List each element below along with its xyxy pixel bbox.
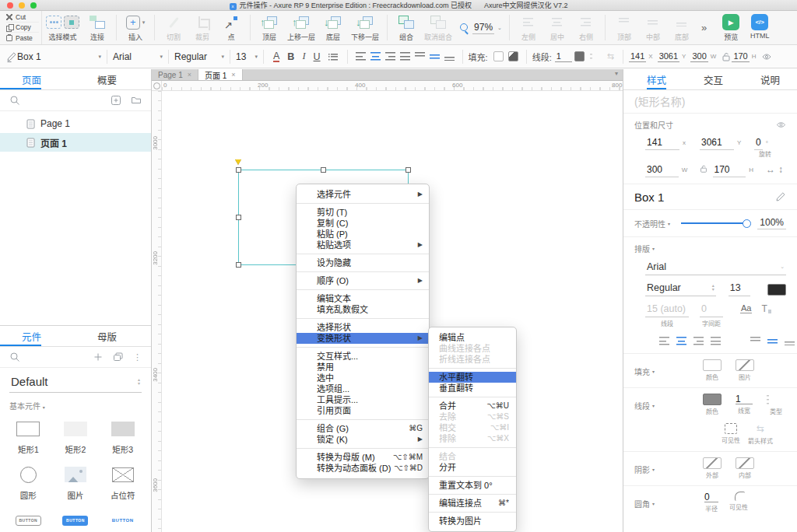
- text-transform-icon[interactable]: Aa: [740, 303, 752, 313]
- zoom-control[interactable]: 97% ⌄: [459, 22, 502, 34]
- tab-widgets[interactable]: 元件: [0, 326, 41, 346]
- font-family-dropdown[interactable]: Arial⌄: [645, 261, 786, 275]
- html-export-button[interactable]: </> HTML: [749, 14, 771, 44]
- visibility-eye-icon[interactable]: [761, 51, 772, 62]
- contain-select-icon[interactable]: [64, 16, 79, 29]
- opacity-slider[interactable]: [681, 222, 750, 224]
- vertical-align-top-icon[interactable]: [415, 52, 425, 61]
- menu-item[interactable]: 编辑连接点 ⌘* ▶: [429, 498, 516, 509]
- underline-button[interactable]: U: [314, 51, 321, 62]
- bring-to-front-button[interactable]: ↑ 顶层: [258, 14, 280, 44]
- height-input[interactable]: 170: [713, 164, 746, 177]
- send-backward-button[interactable]: ↓ 下移一层: [351, 14, 379, 44]
- lock-ratio-icon[interactable]: [699, 164, 708, 173]
- font-weight-dropdown[interactable]: Regular▾: [174, 51, 224, 62]
- connect-button[interactable]: 连接: [86, 14, 108, 44]
- width-input[interactable]: 300: [690, 51, 707, 62]
- cut-button[interactable]: Cut: [6, 12, 39, 23]
- bring-forward-button[interactable]: ↑ 上移一层: [287, 14, 315, 44]
- resize-handle[interactable]: [236, 167, 241, 173]
- minimize-window-button[interactable]: [19, 2, 25, 9]
- widget-item[interactable]: BUTTON 链接按钮: [99, 511, 146, 532]
- widget-item[interactable]: 圆形: [5, 465, 52, 501]
- vertical-align-top-icon[interactable]: [750, 337, 760, 345]
- point-button[interactable]: ↗ 点: [220, 14, 242, 44]
- tab-masters[interactable]: 母版: [97, 326, 117, 346]
- fill-more-swatch[interactable]: [508, 51, 518, 61]
- line-type-swatch[interactable]: [767, 394, 785, 405]
- arrow-style-icon[interactable]: ⇆: [751, 423, 770, 435]
- bold-button[interactable]: B: [287, 51, 294, 62]
- search-icon[interactable]: [9, 352, 20, 362]
- page-list-item[interactable]: 页面 1: [0, 133, 151, 152]
- font-family-dropdown[interactable]: Arial▾: [113, 51, 163, 62]
- canvas-tab[interactable]: Page 1 ×: [152, 69, 198, 80]
- tab-pages[interactable]: 页面: [0, 69, 41, 89]
- fill-image-swatch[interactable]: [736, 359, 754, 371]
- menu-item[interactable]: 编辑点 ▶: [429, 332, 516, 343]
- inner-shadow-swatch[interactable]: [736, 457, 754, 469]
- tab-notes[interactable]: 说明: [760, 69, 780, 89]
- widget-item[interactable]: 矩形3: [99, 419, 146, 455]
- preview-button[interactable]: ▶ 预览: [720, 14, 742, 44]
- kebab-menu-icon[interactable]: ⋮: [133, 352, 142, 362]
- italic-button[interactable]: I: [302, 51, 305, 62]
- x-input[interactable]: 141: [645, 137, 679, 150]
- edit-style-icon[interactable]: [775, 191, 786, 202]
- fill-color-swatch[interactable]: [703, 359, 722, 371]
- font-color-swatch[interactable]: [767, 284, 786, 296]
- text-style-icon[interactable]: T: [761, 303, 771, 314]
- menu-item[interactable]: 分开 ▶: [429, 462, 516, 473]
- menu-item[interactable]: 引用页面 ▶: [297, 405, 429, 416]
- menu-item[interactable]: 重置文本到 0° ▶: [429, 480, 516, 491]
- menu-item[interactable]: 复制 (C) ▶: [297, 218, 429, 229]
- resize-handle[interactable]: [406, 167, 411, 173]
- y-input[interactable]: 3061: [700, 137, 734, 150]
- widget-item[interactable]: 占位符: [99, 465, 146, 501]
- copy-button[interactable]: Copy: [6, 23, 39, 33]
- line-visibility-swatch[interactable]: [725, 423, 737, 434]
- line-color-swatch[interactable]: [574, 51, 585, 61]
- menu-item[interactable]: 锁定 (K) ▶: [297, 434, 429, 445]
- resize-handle[interactable]: [321, 167, 326, 173]
- edit-style-icon[interactable]: [6, 51, 17, 62]
- width-input[interactable]: 300: [645, 164, 679, 177]
- menu-item[interactable]: 粘贴选项 ▶: [297, 240, 429, 250]
- vertical-align-bottom-icon[interactable]: [444, 52, 455, 61]
- resize-handle[interactable]: [236, 262, 241, 268]
- menu-item[interactable]: 填充乱数假文 ▶: [297, 304, 429, 315]
- tab-overflow-icon[interactable]: ▾: [615, 70, 618, 77]
- widget-item[interactable]: 矩形1: [5, 419, 52, 455]
- corner-radius-input[interactable]: 0: [704, 492, 718, 502]
- menu-item[interactable]: 转换为图片 ▶: [429, 516, 516, 527]
- x-input[interactable]: 141: [629, 51, 646, 62]
- toolbar-overflow-button[interactable]: »: [701, 22, 707, 33]
- shape-name-input[interactable]: [634, 96, 786, 108]
- height-input[interactable]: 170: [732, 51, 749, 62]
- canvas-tab[interactable]: 页面 1 ×: [198, 69, 243, 80]
- menu-item[interactable]: 水平翻转 ▶: [429, 372, 516, 383]
- menu-item[interactable]: 顺序 (O) ▶: [297, 275, 429, 286]
- text-align-center-icon[interactable]: [676, 337, 686, 345]
- resize-handle[interactable]: [236, 215, 241, 220]
- menu-item[interactable]: 工具提示... ▶: [297, 394, 429, 405]
- line-width-input[interactable]: 1: [736, 394, 753, 404]
- paste-button[interactable]: Paste: [6, 33, 39, 43]
- library-select[interactable]: Default ▴▾: [9, 373, 142, 393]
- vertical-align-middle-icon[interactable]: [767, 337, 778, 345]
- marquee-select-icon[interactable]: [46, 16, 61, 29]
- folder-icon[interactable]: [131, 95, 142, 106]
- menu-item[interactable]: 变换形状 ▶: [297, 333, 429, 344]
- menu-item[interactable]: 选项组... ▶: [297, 383, 429, 394]
- text-align-left-icon[interactable]: [356, 52, 366, 61]
- line-color-swatch[interactable]: [703, 394, 722, 405]
- menu-item[interactable]: 组合 (G) ⌘G ▶: [297, 423, 429, 434]
- outer-shadow-swatch[interactable]: [703, 457, 722, 469]
- zoom-window-button[interactable]: [30, 2, 37, 9]
- widget-item[interactable]: BUTTON 主要按钮: [52, 511, 100, 532]
- letter-spacing-input[interactable]: 0: [700, 303, 723, 317]
- eye-icon[interactable]: [776, 121, 786, 129]
- group-button[interactable]: 组合: [395, 14, 417, 44]
- widget-item[interactable]: 图片: [52, 465, 100, 501]
- send-to-back-button[interactable]: ↓ 底层: [322, 14, 344, 44]
